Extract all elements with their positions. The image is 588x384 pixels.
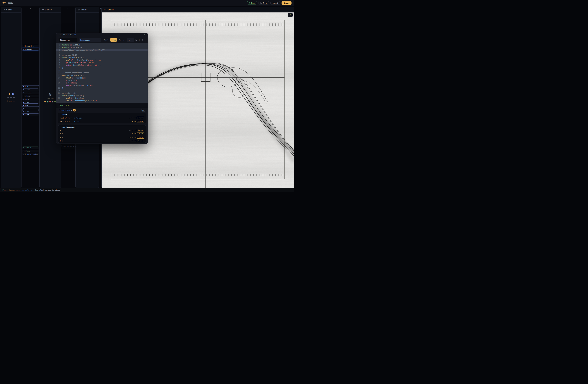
value-section-offset: ▾ offsetvec2(10.*uv.y, 3.*iTime)L58Expos…: [58, 113, 146, 123]
code-line[interactable]: 21⌄float perlin(vec2 p) {: [56, 94, 147, 97]
detected-values-count-badge: 22: [73, 109, 76, 111]
code-line[interactable]: 17 return vec2(sin(a), cos(a));: [56, 84, 147, 87]
app-title: sajou: [8, 2, 13, 4]
choreo-panel-header[interactable]: Choreo: [40, 7, 61, 13]
new-button[interactable]: New: [258, 1, 269, 5]
palette-chip-tokens[interactable]: tokens: [22, 95, 39, 97]
code-line[interactable]: 3//suc:https://www.shadertoy.com/view/7l…: [56, 49, 147, 51]
palette-chip-error[interactable]: error: [22, 101, 39, 103]
fold-icon[interactable]: ⌄: [60, 94, 62, 97]
code-line[interactable]: 23 vec2 s = smoothstep(0.0, 1.0, f);: [56, 100, 147, 102]
follow-route-node[interactable]: FollowRoute: [62, 144, 76, 149]
fold-spacer: [60, 64, 62, 66]
line-number: 19: [56, 89, 60, 92]
shader-preset-select[interactable]: Bioscanner ▾: [79, 38, 102, 42]
palette-chip-event[interactable]: event: [22, 113, 39, 116]
code-line[interactable]: 14 float a = hash12(p);: [56, 77, 147, 79]
passes-select[interactable]: 1 ▾: [127, 38, 134, 42]
shader-panel-header[interactable]: </> Shader: [102, 7, 294, 13]
signal-panel-header[interactable]: Signal: [1, 7, 21, 13]
code-line[interactable]: 15 a *= 2.0*pi;: [56, 79, 147, 81]
expose-button[interactable]: Expose: [137, 129, 144, 131]
code-line[interactable]: 18}: [56, 87, 147, 89]
code-line[interactable]: 12// random normalized vector: [56, 71, 147, 74]
code-line[interactable]: 6⌄float hash12(vec2 p) {: [56, 56, 147, 59]
passes-label: Passes:: [119, 39, 125, 41]
code-line[interactable]: 11: [56, 69, 147, 71]
code-line[interactable]: 22 vec2 f = fract(p);: [56, 97, 147, 99]
shader-editor-titlebar[interactable]: SHADER EDITOR x: [56, 33, 147, 37]
fold-icon[interactable]: ⌄: [60, 56, 62, 59]
palette-chip-text[interactable]: text: [22, 107, 39, 110]
occurrence-dots: [132, 137, 136, 138]
chevron-right-icon[interactable]: >: [30, 7, 31, 9]
tab-vert[interactable]: Vert: [104, 39, 108, 41]
palette-chip-network-session-1[interactable]: Network Session 1: [22, 153, 39, 155]
expose-button[interactable]: Expose: [137, 140, 144, 142]
code-line[interactable]: 19: [56, 89, 147, 92]
fold-spacer: [60, 87, 62, 89]
section-header[interactable]: ▾ time frequency: [58, 125, 146, 128]
palette-chip-t-result[interactable]: t.result: [22, 92, 39, 94]
code-line[interactable]: 13⌄vec2 randVec(vec2 p) {: [56, 74, 147, 77]
chip-dot: [23, 108, 24, 109]
line-ref: L63: [129, 140, 131, 142]
run-button[interactable]: Run: [247, 1, 257, 5]
signal-panel-title: Signal: [6, 9, 12, 11]
code-line[interactable]: 4: [56, 51, 147, 54]
code-line[interactable]: 1#define pi 3.14159: [56, 44, 147, 46]
code-text: a *= 2.0*pi;: [62, 79, 78, 81]
chip-dot: [23, 89, 24, 90]
shader-name-input[interactable]: [59, 38, 77, 42]
add-pass-icon[interactable]: +: [139, 39, 140, 41]
code-line[interactable]: 10}: [56, 66, 147, 69]
line-number: 21: [56, 94, 60, 97]
chevron-right-icon[interactable]: >: [100, 7, 101, 9]
export-button[interactable]: Export: [282, 1, 292, 5]
code-line[interactable]: 5// random [0,1]: [56, 54, 147, 56]
signal-source-dots: [1, 93, 21, 95]
code-line[interactable]: 8 p3 += dot(p3, p3.yzx + 33.33);: [56, 61, 147, 64]
import-button[interactable]: Import: [271, 1, 280, 5]
fold-icon[interactable]: ⌄: [60, 74, 62, 77]
expose-button[interactable]: Expose: [137, 117, 144, 119]
trash-icon[interactable]: [142, 39, 144, 41]
expose-button[interactable]: Expose: [137, 136, 144, 139]
code-text: }: [62, 87, 63, 89]
code-editor[interactable]: 1#define pi 3.141592#define oz vec2(1,0)…: [56, 43, 147, 103]
code-overlay-toggle-button[interactable]: </>: [288, 13, 293, 17]
code-scrollbar[interactable]: [147, 94, 147, 103]
tab-frag[interactable]: Frag: [110, 38, 117, 41]
log-toggle-button[interactable]: Lo: [141, 109, 145, 111]
palette-chip-t-call[interactable]: t.call: [22, 88, 39, 91]
chip-label: OpenClaw: [25, 48, 32, 50]
palette-chip-state[interactable]: state: [22, 98, 39, 101]
shader-editor-toolbar: Bioscanner ▾ Vert Frag Passes: 1 ▾ +: [56, 37, 147, 43]
value-expression: 0.3: [60, 133, 63, 135]
play-icon: [249, 2, 250, 4]
palette-chip-ollama[interactable]: Ollama: [22, 150, 39, 152]
code-line[interactable]: 9 return fract((p3.x + p3.y) * p3.z);: [56, 64, 147, 66]
palette-chip-openclaw[interactable]: OpenClaw: [22, 48, 39, 50]
code-line[interactable]: 2#define oz vec2(1,0): [56, 46, 147, 49]
palette-chip-task[interactable]: task: [22, 85, 39, 88]
close-icon[interactable]: x: [144, 34, 145, 36]
fold-spacer: [60, 49, 62, 51]
chip-label: text: [25, 108, 28, 109]
palette-chip-think[interactable]: think: [22, 110, 39, 113]
code-text: float a = hash12(p);: [62, 77, 86, 79]
visual-panel-header[interactable]: Visual: [76, 7, 99, 13]
buffer-icon[interactable]: [136, 39, 137, 41]
code-line[interactable]: 20// perlin noise: [56, 92, 147, 94]
code-line[interactable]: 7 vec3 p3 = fract(vec3(p.xyx) * .1031);: [56, 59, 147, 61]
palette-chip-lm-studio[interactable]: LM Studio: [22, 146, 39, 149]
palette-chip-done[interactable]: done: [22, 104, 39, 107]
code-line[interactable]: 16 a += iTime;: [56, 81, 147, 84]
expose-button[interactable]: Expose: [137, 133, 144, 135]
expose-button[interactable]: Expose: [137, 120, 144, 123]
palette-chip-claude-code[interactable]: Claude Code: [22, 45, 39, 47]
section-header[interactable]: ▾ offset: [58, 113, 146, 116]
chevron-right-icon[interactable]: >: [67, 7, 68, 9]
shader-panel-title: Shader: [108, 9, 114, 11]
occurrence-dots: [132, 117, 136, 118]
